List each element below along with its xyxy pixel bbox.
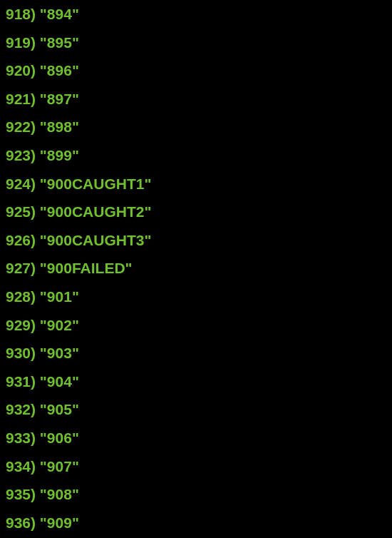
output-line: 918) "894" <box>6 0 386 29</box>
line-separator: ) " <box>31 345 47 361</box>
line-end-quote: " <box>144 203 151 220</box>
line-separator: ) " <box>31 514 47 531</box>
output-line: 929) "902" <box>6 311 386 340</box>
line-end-quote: " <box>72 486 79 502</box>
line-end-quote: " <box>72 430 79 446</box>
line-separator: ) " <box>31 118 47 135</box>
line-end-quote: " <box>72 288 79 305</box>
line-end-quote: " <box>72 345 79 361</box>
line-index: 922 <box>6 118 31 135</box>
line-index: 933 <box>6 430 31 446</box>
line-separator: ) " <box>31 288 47 305</box>
line-separator: ) " <box>31 91 47 107</box>
line-index: 925 <box>6 203 31 220</box>
line-separator: ) " <box>31 458 47 474</box>
line-end-quote: " <box>72 147 79 163</box>
line-end-quote: " <box>72 458 79 474</box>
terminal-output: 918) "894"919) "895"920) "896"921) "897"… <box>6 0 386 537</box>
output-line: 920) "896" <box>6 56 386 85</box>
output-line: 926) "900CAUGHT3" <box>6 226 386 255</box>
line-index: 920 <box>6 62 31 78</box>
line-value: 896 <box>47 62 72 78</box>
output-line: 934) "907" <box>6 452 386 481</box>
output-line: 924) "900CAUGHT1" <box>6 170 386 198</box>
output-line: 931) "904" <box>6 367 386 396</box>
line-value: 900CAUGHT3 <box>47 232 145 248</box>
line-value: 902 <box>47 317 72 333</box>
line-index: 935 <box>6 486 31 502</box>
line-index: 936 <box>6 514 31 531</box>
output-line: 935) "908" <box>6 480 386 509</box>
line-value: 903 <box>47 345 72 361</box>
line-index: 919 <box>6 34 31 51</box>
line-separator: ) " <box>31 147 47 163</box>
output-line: 919) "895" <box>6 29 386 57</box>
line-end-quote: " <box>72 34 79 51</box>
line-value: 901 <box>47 288 72 305</box>
output-line: 932) "905" <box>6 395 386 424</box>
line-end-quote: " <box>125 260 133 276</box>
line-value: 904 <box>47 373 72 390</box>
output-line: 922) "898" <box>6 113 386 141</box>
line-value: 900CAUGHT2 <box>47 203 145 220</box>
line-end-quote: " <box>72 118 79 135</box>
line-end-quote: " <box>72 91 79 107</box>
line-value: 908 <box>47 486 72 502</box>
line-value: 898 <box>47 118 72 135</box>
line-end-quote: " <box>72 373 79 390</box>
line-index: 929 <box>6 317 31 333</box>
line-value: 895 <box>47 34 72 51</box>
line-index: 918 <box>6 6 31 22</box>
line-index: 927 <box>6 260 31 276</box>
line-index: 932 <box>6 401 31 417</box>
line-separator: ) " <box>31 203 47 220</box>
line-separator: ) " <box>31 62 47 78</box>
line-value: 900CAUGHT1 <box>47 176 145 192</box>
line-value: 894 <box>47 6 72 22</box>
line-separator: ) " <box>31 373 47 390</box>
line-separator: ) " <box>31 6 47 22</box>
output-line: 928) "901" <box>6 283 386 311</box>
line-end-quote: " <box>72 514 79 531</box>
line-value: 897 <box>47 91 72 107</box>
line-index: 926 <box>6 232 31 248</box>
line-separator: ) " <box>31 317 47 333</box>
line-value: 906 <box>47 430 72 446</box>
line-index: 931 <box>6 373 31 390</box>
output-line: 933) "906" <box>6 424 386 452</box>
output-line: 925) "900CAUGHT2" <box>6 198 386 226</box>
line-end-quote: " <box>144 232 151 248</box>
line-value: 909 <box>47 514 72 531</box>
line-value: 899 <box>47 147 72 163</box>
line-end-quote: " <box>144 176 151 192</box>
line-separator: ) " <box>31 232 47 248</box>
output-line: 921) "897" <box>6 85 386 113</box>
output-line: 930) "903" <box>6 339 386 367</box>
line-value: 900FAILED <box>47 260 125 276</box>
line-end-quote: " <box>72 401 79 417</box>
line-index: 923 <box>6 147 31 163</box>
line-index: 924 <box>6 176 31 192</box>
line-separator: ) " <box>31 486 47 502</box>
line-index: 928 <box>6 288 31 305</box>
line-end-quote: " <box>72 62 79 78</box>
line-separator: ) " <box>31 176 47 192</box>
output-line: 936) "909" <box>6 509 386 537</box>
line-separator: ) " <box>31 260 47 276</box>
line-index: 934 <box>6 458 31 474</box>
line-value: 905 <box>47 401 72 417</box>
line-end-quote: " <box>72 6 79 22</box>
output-line: 927) "900FAILED" <box>6 254 386 283</box>
line-separator: ) " <box>31 34 47 51</box>
line-separator: ) " <box>31 430 47 446</box>
line-end-quote: " <box>72 317 79 333</box>
line-value: 907 <box>47 458 72 474</box>
line-index: 930 <box>6 345 31 361</box>
line-index: 921 <box>6 91 31 107</box>
line-separator: ) " <box>31 401 47 417</box>
output-line: 923) "899" <box>6 141 386 170</box>
